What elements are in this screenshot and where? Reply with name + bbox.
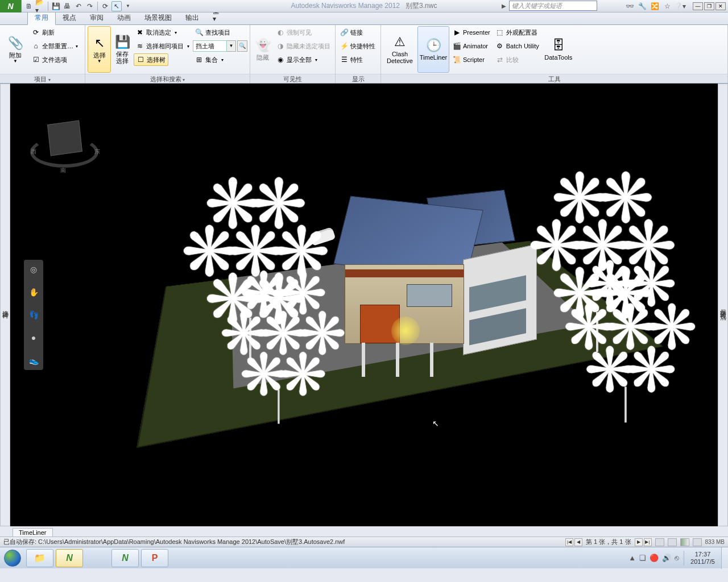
prev-page-button[interactable]: ◀ (574, 538, 582, 546)
task-powerpoint[interactable]: P (141, 549, 168, 567)
append-button[interactable]: 📎 附加 ▼ (2, 26, 28, 73)
clock[interactable]: 17:37 2011/7/5 (684, 551, 721, 566)
viewport-3d[interactable]: 南 东 西 ◎ ✋ 👣 ● 👟 (10, 84, 718, 526)
scripter-button[interactable]: 📜Scripter (450, 53, 493, 66)
refresh-icon[interactable]: ⟳ (100, 1, 110, 11)
tray-overflow-icon[interactable]: ▲ (628, 554, 636, 562)
last-page-button[interactable]: ▶| (644, 538, 652, 546)
open-icon[interactable]: 📂▾ (35, 1, 46, 11)
start-button[interactable] (0, 547, 25, 569)
help-icon[interactable]: ❔▾ (675, 1, 685, 11)
label: 刷新 (42, 28, 55, 37)
tab-animation[interactable]: 动画 (110, 11, 138, 24)
first-page-button[interactable]: |◀ (565, 538, 573, 546)
select-button[interactable]: ↖ 选择 ▼ (88, 26, 111, 73)
timeliner-tab[interactable]: TimeLiner (13, 528, 53, 537)
task-navisworks[interactable]: N (111, 549, 139, 567)
viewcube-west[interactable]: 西 (31, 148, 36, 156)
search-icon[interactable]: 🔍 (237, 40, 247, 52)
prop-icon: ☰ (340, 56, 348, 64)
quick-find-combo[interactable]: ▼ 🔍 (193, 40, 247, 52)
appearance-profiler-button[interactable]: ⬚外观配置器 (494, 26, 541, 39)
next-page-button[interactable]: ▶ (635, 538, 643, 546)
label: 链接 (350, 28, 363, 37)
tab-sceneview[interactable]: 场景视图 (138, 11, 179, 24)
steering-wheel-icon[interactable]: ◎ (27, 263, 40, 276)
minimize-button[interactable]: — (693, 2, 703, 10)
star-icon[interactable]: ☆ (662, 1, 672, 11)
select-same-button[interactable]: ≋选择相同项目▾ (134, 40, 192, 52)
show-all-button[interactable]: ◉显示全部▾ (274, 53, 333, 66)
pan-icon[interactable]: ✋ (27, 286, 40, 298)
links-button[interactable]: 🔗链接 (338, 26, 378, 39)
tab-review[interactable]: 审阅 (83, 11, 110, 24)
save-selection-button[interactable]: 💾 保存 选择 (112, 26, 133, 73)
timeliner-button[interactable]: 🕒 TimeLiner (417, 26, 449, 73)
viewcube-south[interactable]: 南 (60, 167, 66, 174)
dropdown-icon[interactable]: ▼ (227, 40, 236, 52)
status-icon-2[interactable] (668, 538, 677, 546)
saved-viewpoints-tab[interactable]: 保存的视点 (718, 84, 728, 526)
datatools-button[interactable]: 🗄 DataTools (543, 26, 574, 73)
selection-tree-button[interactable]: ☐选择树 (134, 53, 168, 66)
deselect-button[interactable]: ✖取消选定▾ (134, 26, 192, 39)
quick-find-input[interactable] (193, 40, 227, 52)
sets-button[interactable]: ⊞集合▾ (193, 53, 247, 66)
share-icon[interactable]: 🔀 (650, 1, 660, 11)
play-icon[interactable]: ▶ (502, 3, 506, 9)
print-icon[interactable]: 🖶 (62, 1, 72, 11)
status-icon-4[interactable] (693, 538, 702, 546)
status-icon-3[interactable] (680, 538, 689, 546)
show-desktop-button[interactable] (721, 547, 728, 569)
walk-icon[interactable]: 👣 (27, 309, 40, 321)
label: Presenter (463, 29, 490, 36)
tree-model: ❋❋❋❋❋❋❋ (563, 263, 688, 423)
animator-button[interactable]: 🎬Animator (450, 40, 493, 52)
maximize-button[interactable]: ❐ (704, 2, 714, 10)
file-options-button[interactable]: ☑文件选项 (30, 53, 80, 66)
panel-visibility: 👻 隐藏 ◐强制可见 ◑隐藏未选定项目 ◉显示全部▾ 可见性 (250, 25, 336, 83)
viewcube[interactable]: 南 东 西 (27, 105, 101, 179)
viewcube-cube[interactable] (47, 120, 82, 156)
selection-tree-tab[interactable]: 选择树 (0, 84, 10, 526)
undo-icon[interactable]: ↶ (73, 1, 84, 11)
save-icon[interactable]: 💾 (51, 1, 61, 11)
presenter-button[interactable]: ▶Presenter (450, 26, 493, 39)
tray-app-icon[interactable]: ❏ (639, 554, 646, 562)
clash-detective-button[interactable]: ⚠ Clash Detective (383, 26, 416, 73)
batch-utility-button[interactable]: ⚙Batch Utility (494, 40, 541, 52)
task-explorer[interactable]: 📁 (26, 549, 53, 567)
search-input[interactable]: 键入关键字或短语 (509, 1, 597, 11)
status-icon-1[interactable] (655, 538, 664, 546)
tray-volume-icon[interactable]: 🔊 (662, 554, 671, 562)
find-items-button[interactable]: 🔍查找项目 (193, 26, 247, 39)
reset-all-button[interactable]: ⌂全部重置…▾ (30, 40, 80, 52)
tab-viewpoint[interactable]: 视点 (56, 11, 83, 24)
tray-flag-icon[interactable]: 🔴 (650, 554, 659, 562)
panel-display: 🔗链接 ⚡快捷特性 ☰特性 显示 (336, 25, 381, 83)
properties-button[interactable]: ☰特性 (338, 53, 378, 66)
hide-icon: 👻 (255, 38, 271, 53)
select-icon[interactable]: ↖ (111, 1, 122, 11)
label: 显示全部 (287, 56, 312, 64)
tray-network-icon[interactable]: ⎋ (675, 554, 679, 562)
panel-title[interactable]: 项目 (0, 74, 85, 83)
refresh-button[interactable]: ⟳刷新 (30, 26, 80, 39)
binoculars-icon[interactable]: 👓 (624, 1, 635, 11)
tab-output[interactable]: 输出 (179, 11, 206, 24)
qprop-icon: ⚡ (340, 42, 348, 50)
key-icon[interactable]: 🔧 (637, 1, 647, 11)
app-logo[interactable]: N (0, 0, 22, 13)
panel-title: 可见性 (250, 74, 335, 83)
redo-icon[interactable]: ↷ (85, 1, 95, 11)
orbit-icon[interactable]: ● (27, 331, 40, 344)
quick-properties-button[interactable]: ⚡快捷特性 (338, 40, 378, 52)
viewcube-east[interactable]: 东 (94, 148, 100, 156)
qat-dropdown[interactable]: ▼ (123, 1, 133, 11)
new-icon[interactable]: 🗎 (24, 1, 34, 11)
task-navisworks-active[interactable]: N (56, 549, 83, 567)
panel-title[interactable]: 选择和搜索 (85, 74, 250, 83)
hide-button[interactable]: 👻 隐藏 (253, 26, 273, 73)
close-button[interactable]: ✕ (715, 2, 726, 10)
look-icon[interactable]: 👟 (27, 354, 40, 367)
